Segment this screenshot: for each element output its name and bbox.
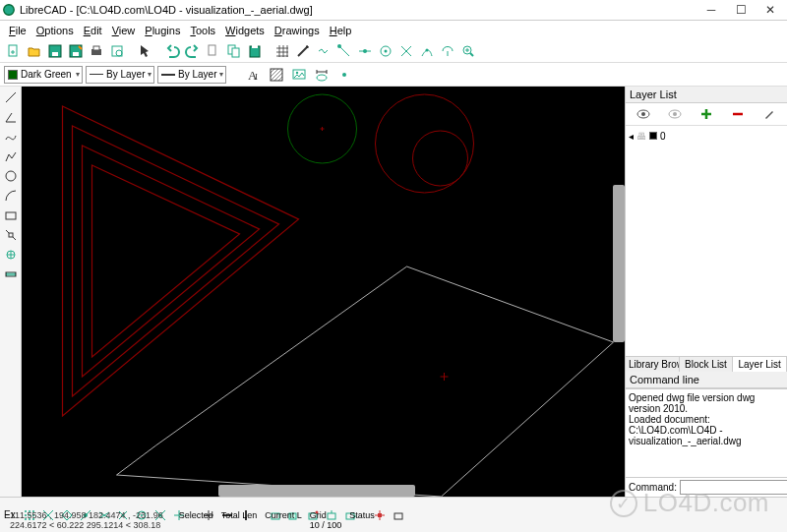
- lineweight-combo[interactable]: By Layer: [157, 66, 226, 84]
- angle-tool[interactable]: [2, 108, 20, 126]
- zoom-out-button[interactable]: [438, 41, 457, 61]
- new-button[interactable]: [4, 41, 24, 61]
- rect-tool[interactable]: [2, 207, 20, 224]
- measure-tool[interactable]: [2, 266, 20, 283]
- menu-widgets[interactable]: Widgets: [220, 23, 270, 38]
- layer-add-button[interactable]: [697, 106, 715, 122]
- menu-drawings[interactable]: Drawings: [270, 23, 325, 38]
- circle-tool[interactable]: [2, 167, 20, 185]
- menubar: File Options Edit View Plugins Tools Wid…: [0, 21, 787, 39]
- svg-rect-59: [378, 513, 382, 517]
- layer-color-swatch: [649, 132, 657, 140]
- redo-button[interactable]: [183, 41, 203, 61]
- coords-abs: 111.5536 , 194.958 182.4474 , -231.96: [10, 510, 163, 520]
- lock-icon[interactable]: 🖶: [636, 131, 646, 142]
- snap-free-button[interactable]: [314, 41, 333, 61]
- main-toolbar: [0, 39, 787, 63]
- log-line: Opened dwg file version dwg version 2010…: [629, 392, 784, 414]
- command-input[interactable]: [680, 480, 787, 495]
- canvas-v-scrollbar[interactable]: [613, 185, 625, 342]
- right-panel: Layer List ◂ 🖶 0 Library Browser Block L…: [625, 87, 787, 497]
- menu-tools[interactable]: Tools: [185, 23, 220, 38]
- dim-tool-button[interactable]: [312, 65, 332, 85]
- print-preview-button[interactable]: [107, 41, 127, 61]
- snap-end-button[interactable]: [334, 41, 354, 61]
- canvas-h-scrollbar[interactable]: [218, 485, 415, 497]
- title-sep: -: [67, 4, 77, 16]
- color-label: Dark Green: [21, 69, 72, 80]
- snap-mid-button[interactable]: [355, 41, 375, 61]
- arc-tool[interactable]: [2, 187, 20, 205]
- undo-button[interactable]: [162, 41, 182, 61]
- titlebar: LibreCAD - [C:\LO4D.com\LO4D - visualiza…: [0, 0, 787, 21]
- app-name: LibreCAD: [20, 4, 67, 16]
- window-title: LibreCAD - [C:\LO4D.com\LO4D - visualiza…: [20, 4, 696, 16]
- maximize-button[interactable]: ☐: [726, 1, 756, 19]
- layer-edit-button[interactable]: [760, 106, 778, 122]
- print-button[interactable]: [87, 41, 106, 61]
- svg-point-39: [673, 112, 677, 116]
- layer-row[interactable]: ◂ 🖶 0: [629, 129, 784, 143]
- copy-button[interactable]: [224, 41, 244, 61]
- log-line: Loaded document: C:\LO4D.com\LO4D - visu…: [629, 414, 784, 446]
- tab-library-browser[interactable]: Library Browser: [626, 357, 680, 372]
- layer-remove-button[interactable]: [729, 106, 747, 122]
- layer-list[interactable]: ◂ 🖶 0: [626, 126, 787, 356]
- svg-text:I: I: [255, 72, 258, 82]
- saveas-button[interactable]: [66, 41, 86, 61]
- ellipse-tool[interactable]: [2, 226, 20, 244]
- spline-tool[interactable]: [2, 128, 20, 146]
- paste-button[interactable]: [245, 41, 265, 61]
- snap-intersect-button[interactable]: [396, 41, 416, 61]
- image-tool-button[interactable]: [289, 65, 309, 85]
- point-tool-button[interactable]: [334, 65, 354, 85]
- text-tool-button[interactable]: AI: [244, 65, 264, 85]
- col-status: Status: [349, 510, 375, 520]
- menu-help[interactable]: Help: [325, 23, 357, 38]
- layer-hide-all-button[interactable]: [666, 106, 684, 122]
- draft-button[interactable]: [293, 41, 313, 61]
- cut-button[interactable]: [204, 41, 223, 61]
- polyline-tool[interactable]: [2, 148, 20, 165]
- menu-plugins[interactable]: Plugins: [140, 23, 185, 38]
- set-relzero-button[interactable]: [390, 506, 407, 524]
- color-combo[interactable]: Dark Green: [4, 66, 83, 84]
- svg-rect-30: [9, 233, 13, 237]
- main-area: Layer List ◂ 🖶 0 Library Browser Block L…: [0, 87, 787, 497]
- move-tool[interactable]: [2, 246, 20, 264]
- svg-point-16: [363, 49, 367, 53]
- svg-point-19: [426, 48, 429, 51]
- menu-file[interactable]: File: [4, 23, 31, 38]
- eye-icon[interactable]: ◂: [629, 131, 634, 142]
- open-button[interactable]: [25, 41, 44, 61]
- linetype-combo[interactable]: By Layer: [86, 66, 154, 84]
- grid-button[interactable]: [272, 41, 292, 61]
- doc-path: [C:\LO4D.com\LO4D - visualization_-_aeri…: [76, 4, 312, 16]
- drawing-canvas[interactable]: [22, 87, 625, 497]
- col-grid: Grid: [310, 510, 342, 520]
- menu-view[interactable]: View: [107, 23, 141, 38]
- pointer-button[interactable]: [135, 41, 154, 61]
- layer-show-all-button[interactable]: [635, 106, 652, 122]
- snap-center-button[interactable]: [376, 41, 395, 61]
- grid-value: 10 / 100: [310, 520, 342, 530]
- snap-dist-button[interactable]: [417, 41, 437, 61]
- save-button[interactable]: [45, 41, 65, 61]
- svg-point-27: [342, 73, 346, 77]
- svg-point-26: [317, 75, 327, 81]
- minimize-button[interactable]: ─: [696, 1, 726, 19]
- menu-options[interactable]: Options: [31, 23, 79, 38]
- svg-point-18: [385, 49, 388, 52]
- close-button[interactable]: ✕: [756, 1, 785, 19]
- menu-edit[interactable]: Edit: [79, 23, 107, 38]
- coords-rel: 224.6172 < 60.222 295.1214 < 308.18: [10, 520, 163, 530]
- tab-block-list[interactable]: Block List: [680, 357, 734, 372]
- svg-point-15: [337, 44, 341, 48]
- status-bar: 111.5536 , 194.958 182.4474 , -231.96 22…: [6, 510, 375, 530]
- hatch-tool-button[interactable]: [267, 65, 286, 85]
- line-tool[interactable]: [2, 89, 20, 106]
- tab-layer-list[interactable]: Layer List: [733, 357, 787, 372]
- color-swatch: [8, 70, 18, 80]
- zoom-in-button[interactable]: [458, 41, 478, 61]
- coord-readout: 111.5536 , 194.958 182.4474 , -231.96 22…: [10, 510, 163, 530]
